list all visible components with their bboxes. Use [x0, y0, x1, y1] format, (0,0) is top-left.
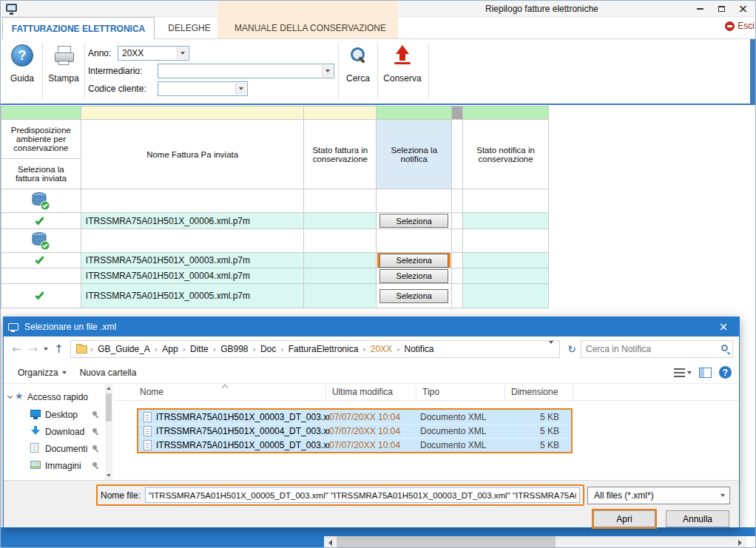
file-size: 5 KB	[515, 426, 564, 436]
stampa-button[interactable]: Stampa	[45, 44, 82, 84]
chevron-down-icon	[720, 494, 725, 497]
table-row: ITRSSMRA75A01H501X_00006.xml.p7m Selezio…	[1, 213, 549, 229]
column-nome[interactable]: Nome	[115, 384, 326, 400]
sidebar-item-documenti[interactable]: Documenti	[4, 440, 104, 457]
forward-arrow-icon[interactable]: →	[25, 342, 42, 356]
search-icon	[721, 345, 728, 351]
anno-label: Anno:	[88, 48, 111, 58]
breadcrumb-item[interactable]: 20XX	[367, 344, 396, 354]
up-arrow-icon[interactable]: ↑	[50, 342, 67, 356]
help-icon[interactable]	[719, 366, 732, 379]
scroll-left-arrow[interactable]	[324, 536, 337, 548]
organizza-button[interactable]: Organizza	[11, 368, 73, 378]
database-icon[interactable]	[31, 192, 50, 211]
file-row[interactable]: ITRSSMRA75A01H501X_00003_DT_003.xml 07/0…	[138, 410, 571, 424]
column-tipo[interactable]: Tipo	[416, 384, 505, 400]
codice-cliente-select[interactable]	[158, 81, 248, 96]
col-stato-fattura: Stato fattura in conservazione	[304, 120, 377, 189]
xml-file-icon	[144, 440, 152, 450]
scroll-down-arrow[interactable]	[105, 471, 112, 480]
file-size: 5 KB	[515, 440, 564, 450]
breadcrumb-item[interactable]: GB998	[217, 344, 252, 354]
dialog-close-button[interactable]: ×	[708, 317, 739, 336]
breadcrumb-item[interactable]: FatturaElettronica	[285, 344, 362, 354]
desktop-icon	[30, 410, 41, 417]
pin-icon[interactable]	[92, 462, 97, 467]
annulla-button[interactable]: Annulla	[666, 510, 729, 527]
expand-chevron-icon[interactable]	[7, 393, 13, 399]
breadcrumb-item[interactable]: App	[158, 344, 181, 354]
pin-icon[interactable]	[92, 411, 97, 416]
cerca-button[interactable]: Cerca	[341, 44, 375, 84]
column-dimensione[interactable]: Dimensione	[505, 384, 573, 400]
fattura-name: ITRSSMRA75A01H501X_00004.xml.p7m	[81, 268, 305, 284]
scrollbar-thumb[interactable]	[106, 393, 112, 422]
breadcrumb-item[interactable]: GB_Guide_A	[94, 344, 154, 354]
tab-fatturazione-elettronica[interactable]: FATTURAZIONE ELETTRONICA	[2, 17, 155, 39]
minimize-icon	[697, 8, 703, 10]
conserva-button[interactable]: Conserva	[380, 44, 425, 84]
refresh-icon[interactable]: ↻	[563, 343, 581, 355]
address-dropdown-icon[interactable]	[546, 344, 556, 354]
sidebar-item-accesso-rapido[interactable]: Accesso rapido	[4, 388, 104, 406]
codice-cliente-label: Codice cliente:	[88, 84, 146, 94]
scroll-right-arrow[interactable]	[734, 536, 746, 548]
intermediario-select[interactable]	[158, 64, 334, 78]
file-open-dialog: Selezionare un file .xml × ← → ↑ › GB_Gu…	[3, 317, 740, 528]
back-arrow-icon[interactable]: ←	[8, 342, 25, 356]
column-ultima-modifica[interactable]: Ultima modifica	[326, 384, 416, 400]
history-chevron-icon[interactable]	[44, 348, 48, 351]
view-mode-button[interactable]	[674, 368, 692, 377]
scrollbar-thumb[interactable]	[337, 536, 556, 548]
pin-icon[interactable]	[92, 445, 97, 450]
minimize-button[interactable]	[689, 1, 711, 16]
tab-deleghe[interactable]: DELEGHE	[158, 17, 221, 39]
dialog-body: Accesso rapido Desktop Download Document…	[4, 384, 739, 480]
esci-label: Esci	[738, 21, 755, 31]
sidebar-item-desktop[interactable]: Desktop	[4, 406, 104, 423]
anno-select[interactable]: 20XX	[118, 46, 189, 61]
file-list: Nome Ultima modifica Tipo Dimensione ITR…	[115, 384, 739, 480]
separator	[428, 43, 429, 98]
maximize-button[interactable]	[711, 1, 732, 16]
sidebar-item-immagini[interactable]: Immagini	[4, 457, 104, 474]
table-row	[1, 189, 549, 213]
database-icon[interactable]	[31, 231, 50, 251]
chevron-down-icon	[687, 371, 692, 374]
esci-button[interactable]: Esci	[725, 21, 755, 31]
preview-pane-icon[interactable]	[699, 368, 712, 378]
filetype-select[interactable]: All files (*.xml*)	[587, 487, 730, 504]
col-seleziona-fattura: Seleziona la fattura inviata	[1, 159, 81, 189]
organizza-label: Organizza	[18, 368, 58, 378]
filename-input[interactable]	[145, 487, 580, 503]
image-icon	[30, 461, 41, 469]
esci-icon	[725, 21, 735, 31]
file-row[interactable]: ITRSSMRA75A01H501X_00005_DT_003.xml 07/0…	[138, 438, 571, 452]
apri-button[interactable]: Apri	[593, 510, 655, 527]
sidebar-item-download[interactable]: Download	[4, 423, 104, 440]
table-row: ITRSSMRA75A01H501X_00004.xml.p7m Selezio…	[1, 268, 549, 284]
search-input[interactable]	[581, 344, 732, 354]
guida-button[interactable]: Guida	[5, 44, 39, 84]
quick-access-star-icon	[15, 390, 24, 402]
breadcrumb-item[interactable]: Doc	[257, 344, 280, 354]
pin-icon[interactable]	[92, 428, 97, 433]
seleziona-notifica-button[interactable]: Seleziona	[379, 289, 448, 303]
breadcrumb-item[interactable]: Ditte	[186, 344, 212, 354]
folder-icon	[76, 345, 87, 354]
close-button[interactable]: ×	[732, 1, 754, 16]
file-type: Documento XML	[420, 426, 515, 436]
scroll-up-arrow[interactable]	[105, 384, 112, 393]
nuova-cartella-button[interactable]: Nuova cartella	[73, 368, 144, 378]
seleziona-notifica-button-highlighted[interactable]: Seleziona	[379, 254, 448, 268]
conserva-label: Conserva	[383, 73, 421, 84]
seleziona-notifica-button[interactable]: Seleziona	[379, 269, 448, 283]
file-row[interactable]: ITRSSMRA75A01H501X_00004_DT_003.xml 07/0…	[138, 424, 571, 438]
upload-arrow-icon	[391, 44, 414, 67]
breadcrumb-item[interactable]: Notifica	[401, 344, 438, 354]
immagini-label: Immagini	[45, 461, 81, 471]
seleziona-notifica-button[interactable]: Seleziona	[379, 214, 448, 228]
guida-label: Guida	[10, 73, 34, 84]
maximize-icon	[718, 6, 725, 12]
tab-manuale-conservazione[interactable]: MANUALE DELLA CONSERVAZIONE	[223, 17, 398, 39]
